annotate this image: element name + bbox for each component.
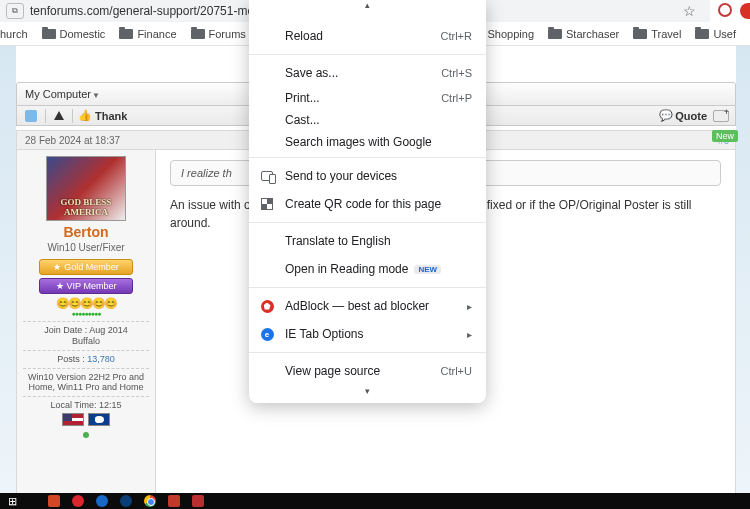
menu-search-images[interactable]: Search images with Google [249,131,486,153]
system-info: Win10 Version 22H2 Pro and Home, Win11 P… [17,372,155,392]
taskbar-app-5[interactable] [162,493,186,509]
chevron-right-icon: ▸ [467,329,472,340]
bookmark-item[interactable]: Starchaser [548,28,619,40]
folder-icon [119,29,133,39]
adblock-icon [259,298,275,314]
menu-scroll-down-icon[interactable]: ▾ [249,385,486,397]
site-info-icon[interactable]: ⧉ [6,3,24,19]
thank-button[interactable]: Thank [95,110,127,122]
username[interactable]: Berton [17,224,155,240]
bookmark-item[interactable]: Forums [191,28,246,40]
menu-scroll-up-icon[interactable]: ▴ [249,0,486,14]
devices-icon [259,168,275,184]
chevron-right-icon: ▸ [467,301,472,312]
menu-print[interactable]: Print...Ctrl+P [249,87,486,109]
menu-send-to-devices[interactable]: Send to your devices [249,162,486,190]
gold-member-badge: Gold Member [39,259,133,275]
user-sidebar: GOD BLESS AMERICA Berton Win10 User/Fixe… [16,150,156,509]
report-icon[interactable] [54,111,64,120]
quote-button[interactable]: 💬Quote [659,109,707,122]
qr-code-icon [259,196,275,212]
folder-icon [633,29,647,39]
bookmark-item[interactable]: Domestic [42,28,106,40]
avatar[interactable]: GOD BLESS AMERICA [46,156,126,221]
bookmark-item[interactable]: Travel [633,28,681,40]
ietab-icon: e [259,326,275,342]
taskbar-app-malwarebytes[interactable] [90,493,114,509]
join-date: Join Date : Aug 2014 [17,325,155,335]
bookmark-item[interactable]: Usef [695,28,736,40]
menu-cast[interactable]: Cast... [249,109,486,131]
avatar-caption: GOD BLESS AMERICA [47,197,125,217]
menu-create-qr-code[interactable]: Create QR code for this page [249,190,486,218]
menu-translate[interactable]: Translate to English [249,227,486,255]
new-badge: New [712,130,738,142]
start-button[interactable]: ⊞ [0,493,24,509]
tag-icon[interactable] [25,110,37,122]
taskbar: ⊞ [0,493,750,509]
post-date: 28 Feb 2024 at 18:37 [25,135,120,146]
menu-reload[interactable]: ReloadCtrl+R [249,22,486,50]
folder-icon [695,29,709,39]
flag-us-icon [62,413,84,426]
user-title: Win10 User/Fixer [17,242,155,253]
menu-save-as[interactable]: Save as...Ctrl+S [249,59,486,87]
quote-icon: 💬 [659,109,673,122]
taskbar-app-chrome[interactable] [138,493,162,509]
folder-icon [548,29,562,39]
vip-member-badge: VIP Member [39,278,133,294]
reputation-icons: 😊😊😊😊😊 ●●●●●●●●● [17,297,155,317]
taskbar-app-6[interactable] [186,493,210,509]
flag-wyoming-icon [88,413,110,426]
menu-reading-mode[interactable]: Open in Reading modeNEW [249,255,486,283]
my-computer-link[interactable]: My Computer▼ [25,88,100,100]
bookmark-item[interactable]: Finance [119,28,176,40]
taskbar-app-thunderbird[interactable] [114,493,138,509]
menu-view-source[interactable]: View page sourceCtrl+U [249,357,486,385]
folder-icon [191,29,205,39]
extension-icon-1[interactable] [718,3,732,17]
taskbar-app-powerpoint[interactable] [42,493,66,509]
menu-ie-tab[interactable]: eIE Tab Options▸ [249,320,486,348]
folder-icon [42,29,56,39]
thumb-up-icon: 👍 [78,109,92,122]
extension-icon-2[interactable] [740,3,750,19]
user-flags [17,413,155,428]
context-menu: ▴ ReloadCtrl+R Save as...Ctrl+S Print...… [249,0,486,403]
menu-adblock[interactable]: AdBlock — best ad blocker▸ [249,292,486,320]
user-location: Buffalo [17,336,155,346]
bookmark-star-icon[interactable]: ☆ [683,3,696,19]
post-count: Posts : 13,780 [17,354,155,364]
bookmark-item[interactable]: hurch [0,28,28,40]
taskbar-app-mega[interactable] [66,493,90,509]
online-status-icon [83,432,89,438]
local-time: Local Time: 12:15 [17,400,155,410]
new-pill: NEW [414,265,441,274]
multiquote-button[interactable] [713,110,729,122]
